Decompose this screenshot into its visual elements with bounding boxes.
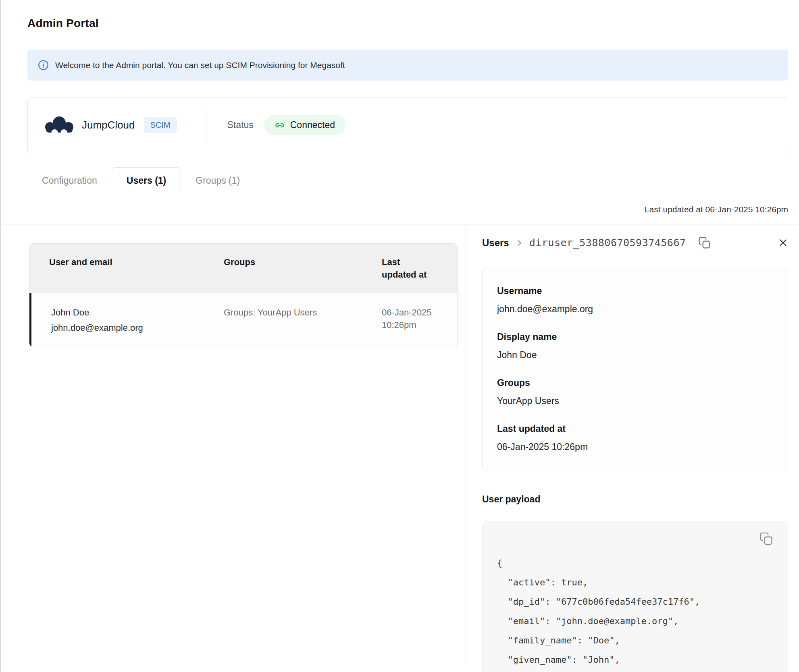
- breadcrumb-users-link[interactable]: Users: [482, 237, 509, 249]
- field-label: Username: [497, 286, 773, 297]
- table-row[interactable]: John Doe john.doe@example.org Groups: Yo…: [29, 293, 457, 347]
- breadcrumb: Users diruser_53880670593745667: [482, 236, 788, 249]
- code-line: "given_name": "John",: [497, 650, 776, 670]
- close-panel-button[interactable]: [778, 238, 788, 248]
- field-value: John Doe: [497, 350, 773, 361]
- tab-users[interactable]: Users (1): [112, 167, 181, 194]
- chevron-right-icon: [515, 239, 523, 247]
- status-label: Status: [227, 120, 254, 131]
- field-value: 06-Jan-2025 10:26pm: [497, 442, 773, 452]
- table-header-row: User and email Groups Last updated at: [29, 244, 457, 293]
- code-line: "family_name": "Doe",: [497, 631, 776, 650]
- code-line: "email": "john.doe@example.org",: [497, 612, 776, 631]
- page-title: Admin Portal: [27, 17, 788, 30]
- code-line: "active": true,: [497, 573, 776, 592]
- user-detail-panel: Users diruser_53880670593745667: [466, 224, 799, 666]
- admin-portal-page: Admin Portal Welcome to the Admin portal…: [0, 0, 799, 672]
- field-groups: Groups YourApp Users: [497, 377, 773, 407]
- cell-user-and-email: John Doe john.doe@example.org: [31, 306, 204, 334]
- info-banner: Welcome to the Admin portal. You can set…: [27, 50, 788, 81]
- user-detail-card: Username john.doe@example.org Display na…: [482, 267, 788, 471]
- user-payload-title: User payload: [482, 494, 788, 505]
- field-last-updated: Last updated at 06-Jan-2025 10:26pm: [497, 423, 773, 452]
- status-badge: Connected: [264, 115, 345, 135]
- field-label: Display name: [497, 332, 773, 342]
- col-header-user-email: User and email: [29, 256, 204, 281]
- copy-payload-button[interactable]: [759, 532, 773, 545]
- users-table-section: User and email Groups Last updated at Jo…: [1, 224, 466, 666]
- info-icon: [38, 60, 49, 71]
- field-value: john.doe@example.org: [497, 304, 773, 315]
- cell-groups: Groups: YourApp Users: [204, 306, 362, 334]
- user-name: John Doe: [51, 306, 204, 319]
- user-payload-code-block: { "active": true, "dp_id": "677c0b06feda…: [482, 521, 788, 672]
- tab-configuration[interactable]: Configuration: [27, 168, 112, 194]
- tab-groups[interactable]: Groups (1): [181, 168, 254, 194]
- field-username: Username john.doe@example.org: [497, 286, 773, 315]
- copy-icon: [759, 532, 773, 545]
- col-header-groups: Groups: [204, 256, 362, 281]
- scim-badge: SCIM: [144, 117, 177, 133]
- content-area: User and email Groups Last updated at Jo…: [1, 224, 799, 666]
- cell-last-updated: 06-Jan-2025 10:26pm: [362, 306, 457, 334]
- field-value: YourApp Users: [497, 396, 773, 407]
- provider-name: JumpCloud: [82, 119, 135, 131]
- code-line: "dp_id": "677c0b06feda54fee37c17f6",: [497, 592, 776, 612]
- last-updated-text: Last updated at 06-Jan-2025 10:26pm: [1, 205, 788, 214]
- provider-card: JumpCloud SCIM Status Connected: [27, 97, 788, 153]
- info-banner-text: Welcome to the Admin portal. You can set…: [55, 60, 345, 70]
- users-table: User and email Groups Last updated at Jo…: [29, 243, 458, 347]
- record-id: diruser_53880670593745667: [529, 237, 686, 249]
- col-header-last-updated: Last updated at: [362, 256, 457, 281]
- code-line: {: [497, 554, 776, 573]
- field-display-name: Display name John Doe: [497, 332, 773, 361]
- card-divider: [206, 109, 206, 141]
- copy-icon: [698, 236, 711, 249]
- field-label: Last updated at: [497, 423, 773, 434]
- tab-bar: Configuration Users (1) Groups (1): [1, 167, 799, 194]
- user-email: john.doe@example.org: [51, 321, 204, 334]
- close-icon: [778, 238, 788, 248]
- status-value: Connected: [290, 120, 335, 131]
- jumpcloud-logo-icon: [44, 116, 75, 135]
- field-label: Groups: [497, 377, 773, 388]
- link-icon: [275, 120, 285, 131]
- code-line: "groups": [: [497, 670, 776, 672]
- copy-record-id-button[interactable]: [698, 236, 711, 249]
